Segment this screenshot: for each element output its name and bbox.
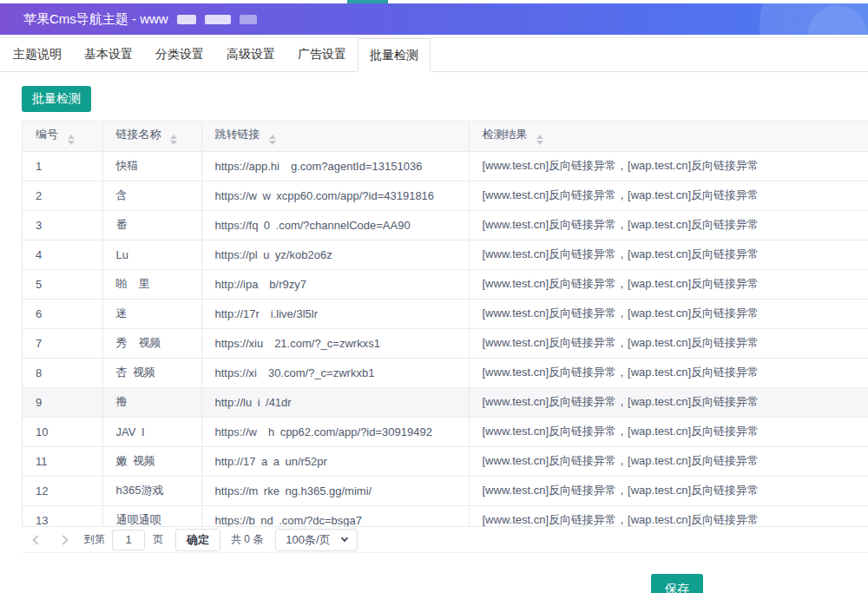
cell-url: https://m rke ng.h365.gg/mimi/ [201, 476, 469, 505]
tab-bar: 主题说明 基本设置 分类设置 高级设置 广告设置 批量检测 [0, 37, 868, 72]
cell-id: 2 [23, 181, 102, 210]
cell-id: 8 [23, 358, 102, 387]
tab-ad-settings[interactable]: 广告设置 [286, 38, 358, 71]
page-title: 苹果Cms导航主题 - www [23, 11, 168, 28]
col-label: 编号 [36, 128, 58, 141]
page-number-input[interactable] [112, 530, 145, 550]
goto-page-label: 到第 [84, 532, 105, 547]
cell-name: 啪 里 [102, 269, 201, 299]
cell-result: [www.test.cn]反向链接异常，[wap.test.cn]反向链接异常 [469, 181, 868, 210]
save-button[interactable]: 保存 [651, 574, 703, 593]
cell-result: [www.test.cn]反向链接异常，[wap.test.cn]反向链接异常 [469, 269, 868, 299]
cell-url: http://lu i /41dr [201, 387, 469, 417]
cell-name: 快猫 [102, 151, 201, 181]
cell-result: [www.test.cn]反向链接异常，[wap.test.cn]反向链接异常 [469, 505, 868, 527]
batch-check-button[interactable]: 批量检测 [22, 86, 91, 112]
cell-result: [www.test.cn]反向链接异常，[wap.test.cn]反向链接异常 [469, 210, 868, 240]
links-table: 编号 链接名称 跳转链接 检测结果 [23, 122, 868, 527]
cell-name: Lu [102, 240, 201, 269]
cell-url: http://17 a a un/r52pr [201, 446, 469, 476]
cell-url: https://app.hi g.com?agentId=13151036 [201, 151, 469, 181]
cell-name: 迷 [102, 299, 201, 328]
table-row: 11 嫩 视频 http://17 a a un/r52pr [www.test… [23, 446, 868, 476]
table-row: 5 啪 里 http://ipa b/r9zy7 [www.test.cn]反向… [23, 269, 868, 299]
app-header: 苹果Cms导航主题 - www [0, 3, 868, 35]
table-row: 2 含 https://w w xcpp60.com/app/?id=43191… [23, 181, 868, 210]
table-header-row: 编号 链接名称 跳转链接 检测结果 [23, 122, 868, 151]
cell-id: 13 [23, 505, 102, 527]
cell-name: JAV I [102, 417, 201, 446]
col-label: 链接名称 [116, 128, 161, 141]
redacted-text-block [205, 15, 231, 24]
cell-url: http://17r i.live/3l5lr [201, 299, 469, 328]
main-content: 批量检测 编号 链接名称 跳转链接 [0, 72, 868, 553]
cell-url: https://w w xcpp60.com/app/?id=43191816 [201, 181, 469, 210]
confirm-page-button[interactable]: 确定 [175, 529, 220, 551]
cell-url: http://ipa b/r9zy7 [201, 269, 469, 299]
cell-id: 10 [23, 417, 102, 446]
cell-url: https://b nd .com/?dc=bsga7 [201, 505, 469, 527]
next-page-icon[interactable] [58, 535, 68, 544]
page-size-select[interactable]: 100条/页 [275, 529, 357, 551]
tab-advanced-settings[interactable]: 高级设置 [215, 38, 286, 71]
cell-name: 嫩 视频 [102, 446, 201, 476]
tab-category-settings[interactable]: 分类设置 [144, 38, 215, 71]
table-row: 1 快猫 https://app.hi g.com?agentId=131510… [23, 151, 868, 181]
cell-result: [www.test.cn]反向链接异常，[wap.test.cn]反向链接异常 [469, 299, 868, 328]
pagination-bar: 到第 页 确定 共 0 条 100条/页 [22, 527, 868, 553]
page-size-value: 100条/页 [286, 532, 330, 548]
col-label: 跳转链接 [215, 128, 260, 141]
sort-icon[interactable] [170, 135, 177, 145]
cell-url: https://fq 0 .com/?channelCode=AA90 [201, 210, 469, 240]
cell-id: 6 [23, 299, 102, 328]
cell-name: 通呗通呗 [102, 505, 201, 527]
table-row: 6 迷 http://17r i.live/3l5lr [www.test.cn… [23, 299, 868, 328]
cell-name: 撸 [102, 387, 201, 417]
cell-result: [www.test.cn]反向链接异常，[wap.test.cn]反向链接异常 [469, 476, 868, 505]
col-label: 检测结果 [483, 128, 528, 141]
col-header-name: 链接名称 [102, 122, 201, 151]
cell-id: 9 [23, 387, 102, 417]
redacted-text-block [177, 15, 196, 24]
sort-icon[interactable] [536, 135, 543, 145]
tab-basic-settings[interactable]: 基本设置 [73, 38, 144, 71]
cell-name: 番 [102, 210, 201, 240]
cell-id: 1 [23, 151, 102, 181]
table-row: 12 h365游戏 https://m rke ng.h365.gg/mimi/… [23, 476, 868, 505]
cell-result: [www.test.cn]反向链接异常，[wap.test.cn]反向链接异常 [469, 417, 868, 446]
tab-batch-check[interactable]: 批量检测 [358, 38, 431, 72]
sort-icon[interactable] [269, 135, 276, 145]
cell-id: 5 [23, 269, 102, 299]
cell-id: 12 [23, 476, 102, 505]
redacted-text-block [240, 15, 257, 24]
cell-id: 7 [23, 328, 102, 358]
cell-result: [www.test.cn]反向链接异常，[wap.test.cn]反向链接异常 [469, 151, 868, 181]
table-row-highlighted: 9 撸 http://lu i /41dr [www.test.cn]反向链接异… [23, 387, 868, 417]
cell-result: [www.test.cn]反向链接异常，[wap.test.cn]反向链接异常 [469, 240, 868, 269]
cell-name: 含 [102, 181, 201, 210]
page-unit-label: 页 [153, 532, 163, 547]
table-row: 4 Lu https://pl u yz/kob2o6z [www.test.c… [23, 240, 868, 269]
sort-icon[interactable] [68, 135, 75, 145]
cell-result: [www.test.cn]反向链接异常，[wap.test.cn]反向链接异常 [469, 358, 868, 387]
cell-id: 3 [23, 210, 102, 240]
col-header-id: 编号 [23, 122, 102, 151]
cell-result: [www.test.cn]反向链接异常，[wap.test.cn]反向链接异常 [469, 387, 868, 417]
cell-id: 11 [23, 446, 102, 476]
cell-result: [www.test.cn]反向链接异常，[wap.test.cn]反向链接异常 [469, 446, 868, 476]
cell-url: https://pl u yz/kob2o6z [201, 240, 469, 269]
col-header-url: 跳转链接 [201, 122, 469, 151]
cell-result: [www.test.cn]反向链接异常，[wap.test.cn]反向链接异常 [469, 328, 868, 358]
cell-name: 秀 视频 [102, 328, 201, 358]
links-table-container: 编号 链接名称 跳转链接 检测结果 [22, 121, 868, 527]
cell-name: 杏 视频 [102, 358, 201, 387]
cell-name: h365游戏 [102, 476, 201, 505]
tab-theme-notes[interactable]: 主题说明 [2, 38, 73, 71]
cell-url: https://xi 30.com/?_c=zwrkxb1 [201, 358, 469, 387]
prev-page-icon[interactable] [32, 535, 42, 544]
table-row: 3 番 https://fq 0 .com/?channelCode=AA90 … [23, 210, 868, 240]
table-row: 13 通呗通呗 https://b nd .com/?dc=bsga7 [www… [23, 505, 868, 527]
table-row: 7 秀 视频 https://xiu 21.com/?_c=zwrkxs1 [w… [23, 328, 868, 358]
table-row: 8 杏 视频 https://xi 30.com/?_c=zwrkxb1 [ww… [23, 358, 868, 387]
cell-url: https://xiu 21.com/?_c=zwrkxs1 [201, 328, 469, 358]
